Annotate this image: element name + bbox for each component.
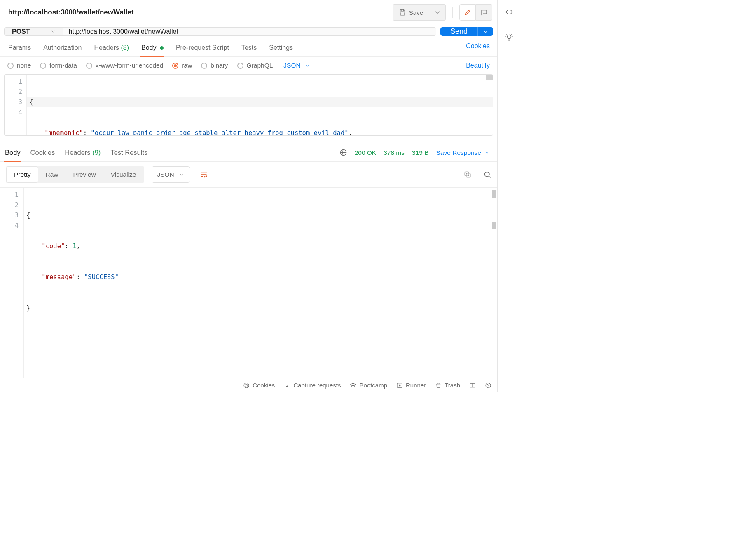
radio-label: raw: [182, 62, 192, 69]
radio-icon: [86, 63, 92, 69]
seg-pretty[interactable]: Pretty: [7, 167, 38, 182]
json-value: 1: [73, 243, 76, 250]
footer-trash[interactable]: Trash: [435, 382, 460, 389]
save-button[interactable]: Save: [393, 4, 429, 21]
tab-authorization[interactable]: Authorization: [42, 41, 82, 56]
radio-icon: [7, 63, 14, 69]
tab-tests[interactable]: Tests: [241, 41, 257, 56]
svg-point-5: [246, 385, 246, 385]
response-time: 378 ms: [384, 149, 405, 156]
brace: }: [26, 304, 30, 312]
res-tab-test-results[interactable]: Test Results: [110, 149, 148, 161]
footer-capture[interactable]: Capture requests: [284, 382, 341, 389]
cookies-link[interactable]: Cookies: [466, 42, 490, 55]
radio-icon: [201, 63, 207, 69]
comma: ,: [76, 243, 80, 250]
svg-point-12: [507, 35, 511, 39]
lightbulb-icon[interactable]: [505, 33, 514, 42]
headers-count: (9): [92, 149, 101, 156]
wrap-icon: [199, 170, 208, 179]
footer-label: Runner: [406, 382, 426, 389]
beautify-button[interactable]: Beautify: [466, 62, 490, 69]
scrollbar-thumb[interactable]: [492, 222, 496, 229]
res-tab-body[interactable]: Body: [4, 149, 21, 161]
globe-icon[interactable]: [339, 149, 347, 156]
comment-button[interactable]: [476, 4, 492, 21]
response-format-select[interactable]: JSON: [152, 166, 190, 183]
tab-settings[interactable]: Settings: [268, 41, 294, 56]
radio-icon: [172, 63, 178, 69]
res-tab-headers[interactable]: Headers (9): [64, 149, 101, 161]
raw-format-select[interactable]: JSON: [283, 62, 310, 69]
colon: :: [83, 129, 91, 136]
action-button-group: [459, 4, 492, 21]
line-wrap-button[interactable]: [196, 166, 212, 183]
status-code: 200 OK: [355, 149, 377, 156]
radio-graphql[interactable]: GraphQL: [237, 62, 273, 69]
res-tab-cookies[interactable]: Cookies: [30, 149, 56, 161]
footer-runner[interactable]: Runner: [396, 382, 426, 389]
footer-cookies[interactable]: Cookies: [243, 382, 275, 389]
url-value: http://localhost:3000/wallet/newWallet: [69, 28, 178, 35]
chevron-down-icon: [51, 29, 56, 34]
save-response-button[interactable]: Save Response: [436, 149, 490, 156]
radio-label: GraphQL: [247, 62, 273, 69]
radio-xform[interactable]: x-www-form-urlencoded: [86, 62, 164, 69]
footer-label: Trash: [445, 382, 460, 389]
modified-dot-icon: [160, 46, 164, 50]
url-input[interactable]: http://localhost:3000/wallet/newWallet: [63, 28, 436, 35]
seg-preview[interactable]: Preview: [66, 167, 103, 182]
radio-label: none: [17, 62, 31, 69]
comment-icon: [480, 9, 488, 16]
save-dropdown[interactable]: [429, 4, 446, 21]
chevron-down-icon: [305, 63, 310, 68]
headers-label: Headers: [94, 44, 119, 51]
send-button-group: Send: [440, 27, 493, 36]
request-body-editor[interactable]: 1234 { "mnemonic": "occur law panic orde…: [4, 74, 493, 136]
json-key: "code": [42, 243, 65, 250]
brace: {: [26, 212, 30, 219]
indent: [26, 273, 42, 281]
radio-none[interactable]: none: [7, 62, 31, 69]
footer-help[interactable]: [485, 382, 491, 389]
footer-bootcamp[interactable]: Bootcamp: [350, 382, 387, 389]
seg-visualize[interactable]: Visualize: [103, 167, 144, 182]
colon: :: [76, 273, 84, 281]
svg-point-4: [244, 383, 249, 388]
save-response-label: Save Response: [436, 149, 481, 156]
method-select[interactable]: POST: [5, 28, 63, 35]
panes-icon: [469, 382, 476, 389]
chevron-down-icon: [179, 172, 185, 177]
radio-icon: [237, 63, 243, 69]
save-button-group: Save: [393, 4, 446, 21]
headers-count: (8): [121, 44, 129, 51]
send-dropdown[interactable]: [477, 27, 493, 36]
response-body-viewer[interactable]: 1234 { "code": 1, "message": "SUCCESS" }: [0, 187, 497, 378]
save-label: Save: [409, 9, 423, 16]
copy-icon[interactable]: [463, 170, 472, 179]
tab-body[interactable]: Body: [140, 41, 164, 56]
tab-headers[interactable]: Headers (8): [94, 41, 130, 56]
tab-prerequest[interactable]: Pre-request Script: [175, 41, 230, 56]
svg-point-7: [246, 386, 246, 386]
radio-binary[interactable]: binary: [201, 62, 228, 69]
status-bar: Cookies Capture requests Bootcamp Runner…: [0, 378, 497, 392]
tab-params[interactable]: Params: [7, 41, 32, 56]
headers-label: Headers: [65, 149, 90, 156]
seg-raw[interactable]: Raw: [38, 167, 66, 182]
search-icon[interactable]: [483, 170, 491, 179]
cookie-icon: [243, 382, 250, 389]
send-button[interactable]: Send: [440, 27, 477, 36]
send-label: Send: [450, 27, 468, 36]
editor-code: { "mnemonic": "occur law panic order age…: [27, 75, 493, 135]
radio-form-data[interactable]: form-data: [40, 62, 77, 69]
response-tabs: Body Cookies Headers (9) Test Results 20…: [0, 141, 497, 161]
edit-button[interactable]: [459, 4, 476, 21]
radio-label: binary: [211, 62, 228, 69]
save-disk-icon: [399, 9, 406, 16]
radio-raw[interactable]: raw: [172, 62, 192, 69]
footer-panes[interactable]: [469, 382, 476, 389]
scrollbar-thumb[interactable]: [492, 190, 496, 198]
svg-point-8: [247, 385, 248, 386]
code-icon[interactable]: [505, 7, 514, 16]
